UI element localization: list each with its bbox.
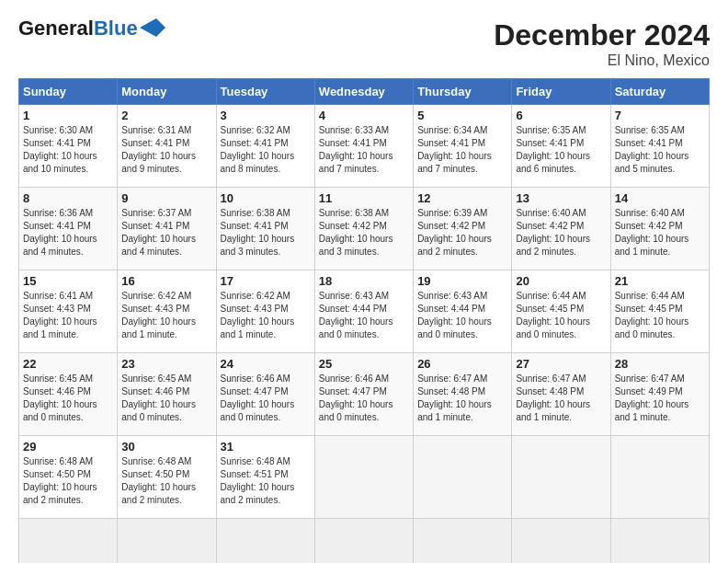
calendar-day-cell: 26Sunrise: 6:47 AM Sunset: 4:48 PM Dayli… — [414, 353, 512, 436]
calendar-day-cell: 7Sunrise: 6:35 AM Sunset: 4:41 PM Daylig… — [610, 105, 709, 188]
calendar-day-cell — [414, 519, 512, 564]
calendar-day-cell: 16Sunrise: 6:42 AM Sunset: 4:43 PM Dayli… — [118, 270, 216, 353]
day-number: 25 — [319, 357, 409, 371]
calendar-day-cell: 4Sunrise: 6:33 AM Sunset: 4:41 PM Daylig… — [314, 105, 413, 188]
svg-marker-0 — [140, 18, 165, 37]
calendar-day-cell: 22Sunrise: 6:45 AM Sunset: 4:46 PM Dayli… — [19, 353, 118, 436]
day-number: 29 — [23, 440, 113, 454]
calendar-header-thursday: Thursday — [414, 79, 512, 105]
day-info: Sunrise: 6:42 AM Sunset: 4:43 PM Dayligh… — [221, 290, 311, 341]
day-info: Sunrise: 6:47 AM Sunset: 4:49 PM Dayligh… — [615, 373, 705, 424]
calendar-table: SundayMondayTuesdayWednesdayThursdayFrid… — [18, 78, 710, 563]
calendar-day-cell: 8Sunrise: 6:36 AM Sunset: 4:41 PM Daylig… — [19, 188, 118, 270]
day-number: 26 — [417, 357, 507, 371]
calendar-header-sunday: Sunday — [19, 79, 118, 105]
day-info: Sunrise: 6:45 AM Sunset: 4:46 PM Dayligh… — [121, 373, 211, 424]
calendar-day-cell: 9Sunrise: 6:37 AM Sunset: 4:41 PM Daylig… — [118, 188, 216, 270]
day-info: Sunrise: 6:47 AM Sunset: 4:48 PM Dayligh… — [417, 373, 507, 424]
calendar-day-cell — [118, 519, 216, 564]
day-number: 12 — [417, 191, 507, 205]
calendar-day-cell: 27Sunrise: 6:47 AM Sunset: 4:48 PM Dayli… — [512, 353, 610, 436]
day-info: Sunrise: 6:40 AM Sunset: 4:42 PM Dayligh… — [615, 207, 705, 259]
calendar-day-cell: 24Sunrise: 6:46 AM Sunset: 4:47 PM Dayli… — [216, 353, 314, 436]
location: El Nino, Mexico — [494, 52, 710, 69]
calendar-week-row: 1Sunrise: 6:30 AM Sunset: 4:41 PM Daylig… — [19, 105, 710, 188]
day-number: 14 — [615, 191, 705, 205]
logo-text: GeneralBlue — [18, 18, 138, 39]
calendar-day-cell — [512, 519, 610, 564]
calendar-day-cell — [610, 519, 709, 564]
day-info: Sunrise: 6:41 AM Sunset: 4:43 PM Dayligh… — [23, 290, 113, 341]
calendar-week-row: 29Sunrise: 6:48 AM Sunset: 4:50 PM Dayli… — [19, 436, 710, 519]
day-info: Sunrise: 6:30 AM Sunset: 4:41 PM Dayligh… — [23, 124, 113, 176]
day-number: 6 — [516, 109, 606, 122]
calendar-day-cell: 13Sunrise: 6:40 AM Sunset: 4:42 PM Dayli… — [512, 188, 610, 270]
calendar-day-cell: 21Sunrise: 6:44 AM Sunset: 4:45 PM Dayli… — [610, 270, 709, 353]
calendar-day-cell: 15Sunrise: 6:41 AM Sunset: 4:43 PM Dayli… — [19, 270, 118, 353]
day-number: 9 — [121, 191, 211, 205]
calendar-day-cell — [19, 519, 118, 564]
calendar-day-cell: 20Sunrise: 6:44 AM Sunset: 4:45 PM Dayli… — [512, 270, 610, 353]
day-number: 21 — [615, 274, 705, 288]
day-info: Sunrise: 6:35 AM Sunset: 4:41 PM Dayligh… — [615, 124, 705, 176]
title-block: December 2024 El Nino, Mexico — [494, 18, 710, 69]
day-number: 15 — [23, 274, 113, 288]
day-info: Sunrise: 6:44 AM Sunset: 4:45 PM Dayligh… — [615, 290, 705, 341]
calendar-day-cell — [512, 436, 610, 519]
calendar-day-cell: 23Sunrise: 6:45 AM Sunset: 4:46 PM Dayli… — [118, 353, 216, 436]
calendar-header-tuesday: Tuesday — [216, 79, 314, 105]
calendar-day-cell: 1Sunrise: 6:30 AM Sunset: 4:41 PM Daylig… — [19, 105, 118, 188]
day-number: 31 — [221, 440, 311, 454]
day-info: Sunrise: 6:48 AM Sunset: 4:50 PM Dayligh… — [121, 455, 211, 507]
calendar-day-cell: 12Sunrise: 6:39 AM Sunset: 4:42 PM Dayli… — [414, 188, 512, 270]
day-number: 8 — [23, 191, 113, 205]
calendar-day-cell: 3Sunrise: 6:32 AM Sunset: 4:41 PM Daylig… — [216, 105, 314, 188]
day-info: Sunrise: 6:48 AM Sunset: 4:50 PM Dayligh… — [23, 455, 113, 507]
day-info: Sunrise: 6:32 AM Sunset: 4:41 PM Dayligh… — [221, 124, 311, 176]
day-number: 28 — [615, 357, 705, 371]
day-number: 18 — [319, 274, 409, 288]
calendar-day-cell: 29Sunrise: 6:48 AM Sunset: 4:50 PM Dayli… — [19, 436, 118, 519]
day-info: Sunrise: 6:31 AM Sunset: 4:41 PM Dayligh… — [121, 124, 211, 176]
day-number: 16 — [121, 274, 211, 288]
day-number: 3 — [221, 109, 311, 122]
calendar-day-cell — [314, 436, 413, 519]
calendar-day-cell: 18Sunrise: 6:43 AM Sunset: 4:44 PM Dayli… — [314, 270, 413, 353]
calendar-day-cell: 31Sunrise: 6:48 AM Sunset: 4:51 PM Dayli… — [216, 436, 314, 519]
day-info: Sunrise: 6:45 AM Sunset: 4:46 PM Dayligh… — [23, 373, 113, 424]
calendar-day-cell — [610, 436, 709, 519]
calendar-header-wednesday: Wednesday — [314, 79, 413, 105]
day-info: Sunrise: 6:46 AM Sunset: 4:47 PM Dayligh… — [221, 373, 311, 424]
calendar-day-cell — [216, 519, 314, 564]
day-info: Sunrise: 6:36 AM Sunset: 4:41 PM Dayligh… — [23, 207, 113, 259]
calendar-day-cell — [314, 519, 413, 564]
calendar-day-cell: 10Sunrise: 6:38 AM Sunset: 4:41 PM Dayli… — [216, 188, 314, 270]
day-number: 2 — [121, 109, 211, 122]
day-number: 23 — [121, 357, 211, 371]
day-info: Sunrise: 6:44 AM Sunset: 4:45 PM Dayligh… — [516, 290, 606, 341]
calendar-header-row: SundayMondayTuesdayWednesdayThursdayFrid… — [19, 79, 710, 105]
calendar-day-cell: 6Sunrise: 6:35 AM Sunset: 4:41 PM Daylig… — [512, 105, 610, 188]
day-number: 5 — [417, 109, 507, 122]
page-header: GeneralBlue December 2024 El Nino, Mexic… — [18, 18, 710, 69]
day-number: 7 — [615, 109, 705, 122]
day-info: Sunrise: 6:35 AM Sunset: 4:41 PM Dayligh… — [516, 124, 606, 176]
logo-arrow-icon — [140, 18, 165, 37]
day-info: Sunrise: 6:38 AM Sunset: 4:42 PM Dayligh… — [319, 207, 409, 259]
day-info: Sunrise: 6:33 AM Sunset: 4:41 PM Dayligh… — [319, 124, 409, 176]
day-number: 4 — [319, 109, 409, 122]
day-number: 19 — [417, 274, 507, 288]
calendar-week-row: 22Sunrise: 6:45 AM Sunset: 4:46 PM Dayli… — [19, 353, 710, 436]
calendar-header-saturday: Saturday — [610, 79, 709, 105]
calendar-day-cell: 14Sunrise: 6:40 AM Sunset: 4:42 PM Dayli… — [610, 188, 709, 270]
calendar-header-friday: Friday — [512, 79, 610, 105]
day-number: 13 — [516, 191, 606, 205]
day-number: 11 — [319, 191, 409, 205]
calendar-week-row: 15Sunrise: 6:41 AM Sunset: 4:43 PM Dayli… — [19, 270, 710, 353]
day-info: Sunrise: 6:34 AM Sunset: 4:41 PM Dayligh… — [417, 124, 507, 176]
calendar-day-cell: 25Sunrise: 6:46 AM Sunset: 4:47 PM Dayli… — [314, 353, 413, 436]
calendar-week-row: 8Sunrise: 6:36 AM Sunset: 4:41 PM Daylig… — [19, 188, 710, 270]
logo: GeneralBlue — [18, 18, 165, 39]
day-info: Sunrise: 6:37 AM Sunset: 4:41 PM Dayligh… — [121, 207, 211, 259]
day-info: Sunrise: 6:47 AM Sunset: 4:48 PM Dayligh… — [516, 373, 606, 424]
